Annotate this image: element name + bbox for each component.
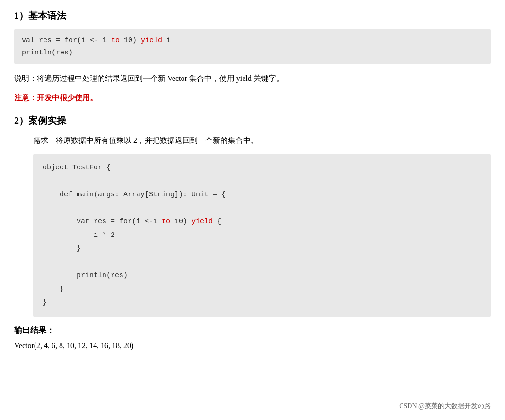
footer-note: CSDN @菜菜的大数据开发の路 (399, 402, 491, 411)
section1-description: 说明：将遍历过程中处理的结果返回到一个新 Vector 集合中，使用 yield… (14, 72, 491, 86)
section1-code-yield: yield (141, 36, 162, 44)
section1-notice: 注意：开发中很少使用。 (14, 91, 491, 105)
section2-line6: i * 2 (43, 231, 115, 239)
section1-code-to: to (111, 36, 120, 44)
section2-line5-suffix: 10) (170, 218, 192, 226)
section1-code-line2: println(res) (22, 49, 73, 57)
section2-code-yield: yield (192, 218, 213, 226)
section2-code-block: object TestFor { def main(args: Array[St… (33, 154, 491, 317)
section2-requirement: 需求：将原数据中所有值乘以 2，并把数据返回到一个新的集合中。 (33, 134, 491, 148)
section1-code-line1-suffix: 10) (120, 36, 141, 44)
section2-line5-prefix: var res = for(i <-1 (43, 218, 162, 226)
section2-line11: } (43, 298, 47, 306)
section2-output-title: 输出结果： (14, 325, 491, 336)
section1-title: 1）基本语法 (14, 9, 491, 22)
section2-code-to: to (162, 218, 170, 226)
section1-code-line1-prefix: val res = for(i <- 1 (22, 36, 111, 44)
section2-output-value: Vector(2, 4, 6, 8, 10, 12, 14, 16, 18, 2… (14, 341, 491, 350)
section2-line9: println(res) (43, 271, 128, 280)
section2-line3: def main(args: Array[String]): Unit = { (43, 191, 226, 199)
section2-title: 2）案例实操 (14, 114, 491, 127)
section2-line1: object TestFor { (43, 164, 111, 172)
section2-line5-end: { (213, 218, 221, 226)
section1-code-block: val res = for(i <- 1 to 10) yield i prin… (14, 29, 491, 64)
section2-line7: } (43, 245, 81, 253)
section1-code-line1-end: i (162, 36, 171, 44)
section2-line10: } (43, 285, 64, 293)
